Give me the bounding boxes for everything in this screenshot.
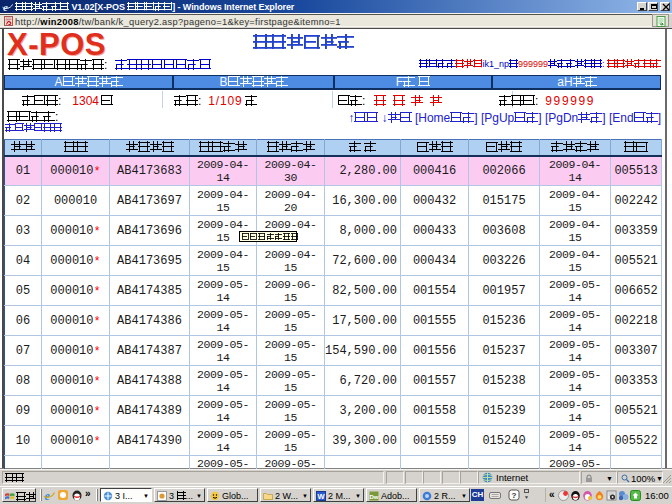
svg-text:e: e xyxy=(45,489,51,501)
svg-text:W: W xyxy=(317,492,325,501)
svg-text:e: e xyxy=(3,1,8,12)
svg-text:?: ? xyxy=(512,491,517,500)
svg-text:Dw: Dw xyxy=(370,494,379,500)
